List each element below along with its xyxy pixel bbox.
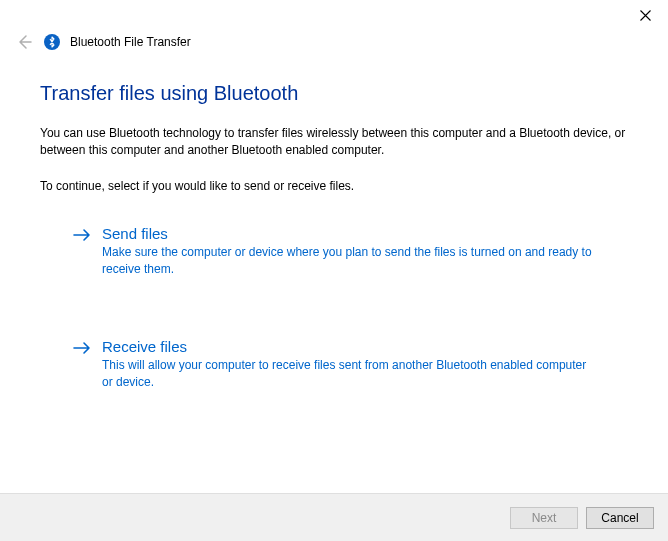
options-list: Send files Make sure the computer or dev… (72, 225, 592, 390)
close-button[interactable] (623, 0, 668, 30)
option-receive-desc: This will allow your computer to receive… (102, 357, 592, 391)
arrow-right-icon (72, 340, 92, 360)
page-heading: Transfer files using Bluetooth (40, 82, 628, 105)
option-receive-files[interactable]: Receive files This will allow your compu… (72, 338, 592, 391)
header: Bluetooth File Transfer (14, 32, 191, 52)
option-receive-text: Receive files This will allow your compu… (102, 338, 592, 391)
back-arrow-icon (15, 33, 33, 51)
cancel-button[interactable]: Cancel (586, 507, 654, 529)
arrow-right-icon (72, 227, 92, 247)
option-receive-title: Receive files (102, 338, 592, 355)
bluetooth-icon (44, 34, 60, 50)
option-send-files[interactable]: Send files Make sure the computer or dev… (72, 225, 592, 278)
back-button[interactable] (14, 32, 34, 52)
app-title: Bluetooth File Transfer (70, 35, 191, 49)
footer: Next Cancel (0, 493, 668, 541)
next-button: Next (510, 507, 578, 529)
option-send-text: Send files Make sure the computer or dev… (102, 225, 592, 278)
intro-text: You can use Bluetooth technology to tran… (40, 125, 628, 160)
close-icon (640, 10, 651, 21)
option-send-title: Send files (102, 225, 592, 242)
main-content: Transfer files using Bluetooth You can u… (40, 82, 628, 450)
instruction-text: To continue, select if you would like to… (40, 178, 628, 195)
option-send-desc: Make sure the computer or device where y… (102, 244, 592, 278)
